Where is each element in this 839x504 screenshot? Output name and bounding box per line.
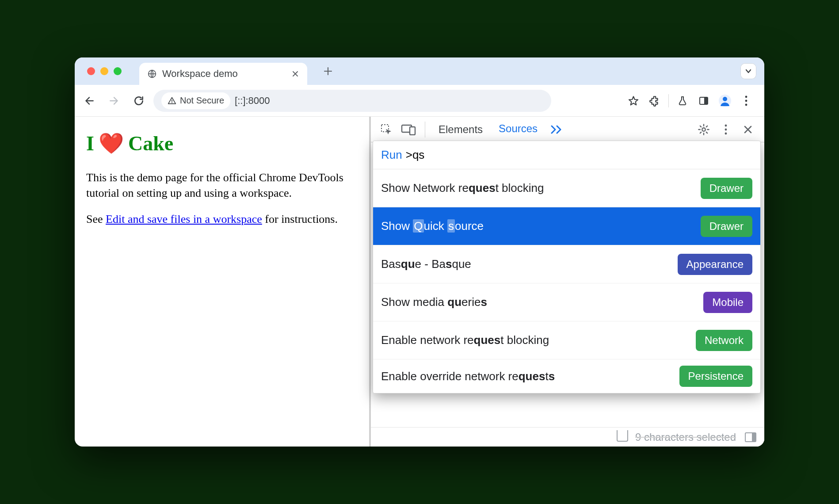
extensions-button[interactable] — [645, 91, 665, 111]
url-text: [::]:8000 — [235, 95, 270, 107]
security-chip[interactable]: Not Secure — [161, 92, 230, 109]
devtools-tabs: Elements Sources — [371, 117, 764, 142]
command-list: Show Network request blockingDrawerShow … — [373, 169, 760, 393]
labs-button[interactable] — [672, 91, 693, 111]
tab-title: Workspace demo — [162, 68, 238, 80]
globe-icon — [147, 69, 157, 79]
devtools-panel: Elements Sources Run >qs Show Network re… — [371, 117, 764, 447]
command-category-pill: Drawer — [701, 216, 752, 237]
device-toolbar-button[interactable] — [397, 118, 420, 141]
command-item-label: Enable override network requests — [381, 370, 555, 383]
toolbar-separator — [668, 94, 669, 107]
svg-point-13 — [725, 124, 727, 126]
command-item[interactable]: Show media queriesMobile — [373, 283, 760, 321]
svg-rect-11 — [410, 127, 415, 135]
tab-elements[interactable]: Elements — [431, 117, 491, 142]
run-label: Run — [381, 148, 402, 162]
command-item-label: Show Network request blocking — [381, 181, 544, 195]
command-input-row[interactable]: Run >qs — [373, 141, 760, 169]
command-category-pill: Drawer — [701, 178, 752, 199]
tutorial-link[interactable]: Edit and save files in a workspace — [106, 213, 262, 225]
command-item[interactable]: Show Network request blockingDrawer — [373, 169, 760, 207]
heading-prefix: I — [86, 130, 94, 157]
command-item[interactable]: Enable override network requestsPersiste… — [373, 359, 760, 393]
command-item-label: Enable network request blocking — [381, 333, 549, 347]
overflow-menu-button[interactable] — [736, 91, 756, 111]
command-item[interactable]: Show Quick sourceDrawer — [373, 207, 760, 245]
minimize-window-button[interactable] — [100, 67, 108, 75]
command-category-pill: Mobile — [703, 292, 752, 313]
svg-rect-3 — [704, 97, 708, 104]
svg-point-15 — [725, 132, 727, 134]
browser-window: Workspace demo Not Secure [::]:8000 — [75, 57, 764, 447]
devtools-footer: 9 characters selected — [371, 427, 764, 447]
p2-after: for instructions. — [262, 213, 338, 225]
svg-point-7 — [745, 99, 747, 102]
profile-button[interactable] — [715, 91, 735, 111]
command-item-label: Show media queries — [381, 295, 487, 309]
svg-point-12 — [702, 128, 705, 131]
page-heading: I ❤️ Cake — [86, 130, 358, 157]
address-bar[interactable]: Not Secure [::]:8000 — [153, 90, 551, 112]
svg-point-1 — [172, 102, 172, 103]
navigation-toolbar: Not Secure [::]:8000 — [75, 85, 764, 117]
svg-point-8 — [745, 103, 747, 106]
rendered-page: I ❤️ Cake This is the demo page for the … — [75, 117, 371, 447]
tabs-separator — [425, 122, 425, 137]
close-devtools-button[interactable] — [737, 118, 759, 141]
command-item-label: Basque - Basque — [381, 257, 471, 271]
command-category-pill: Persistence — [679, 366, 752, 387]
brackets-icon — [617, 433, 628, 442]
svg-point-5 — [723, 97, 727, 101]
close-window-button[interactable] — [87, 67, 95, 75]
heart-icon: ❤️ — [99, 130, 124, 157]
security-label: Not Secure — [180, 95, 224, 106]
forward-button[interactable] — [104, 91, 124, 111]
selection-status: 9 characters selected — [635, 431, 736, 443]
p2-before: See — [86, 213, 106, 225]
close-tab-button[interactable] — [291, 70, 299, 78]
svg-point-6 — [745, 95, 747, 98]
intro-paragraph: This is the demo page for the official C… — [86, 170, 358, 201]
back-button[interactable] — [79, 91, 99, 111]
command-category-pill: Appearance — [678, 254, 752, 275]
settings-button[interactable] — [693, 118, 715, 141]
command-menu: Run >qs Show Network request blockingDra… — [373, 141, 761, 393]
content-area: I ❤️ Cake This is the demo page for the … — [75, 117, 764, 447]
new-tab-button[interactable] — [323, 66, 333, 76]
browser-tab[interactable]: Workspace demo — [139, 63, 307, 85]
reload-button[interactable] — [129, 91, 149, 111]
command-item[interactable]: Basque - BasqueAppearance — [373, 245, 760, 283]
titlebar: Workspace demo — [75, 57, 764, 85]
toolbar-right — [623, 91, 756, 111]
svg-point-14 — [725, 128, 727, 130]
window-controls — [87, 67, 122, 75]
dock-side-icon[interactable] — [745, 432, 756, 442]
tab-search-button[interactable] — [740, 63, 756, 79]
command-category-pill: Network — [696, 330, 752, 351]
command-item[interactable]: Enable network request blockingNetwork — [373, 321, 760, 359]
command-item-label: Show Quick source — [381, 219, 484, 233]
tab-sources[interactable]: Sources — [491, 117, 545, 142]
bookmark-button[interactable] — [623, 91, 644, 111]
more-tabs-button[interactable] — [545, 118, 568, 141]
maximize-window-button[interactable] — [114, 67, 122, 75]
inspect-element-button[interactable] — [375, 118, 397, 141]
heading-suffix: Cake — [128, 130, 173, 157]
warning-icon — [168, 96, 176, 105]
side-panel-button[interactable] — [694, 91, 714, 111]
devtools-menu-button[interactable] — [715, 118, 737, 141]
link-paragraph: See Edit and save files in a workspace f… — [86, 211, 358, 227]
command-query: >qs — [406, 148, 425, 162]
